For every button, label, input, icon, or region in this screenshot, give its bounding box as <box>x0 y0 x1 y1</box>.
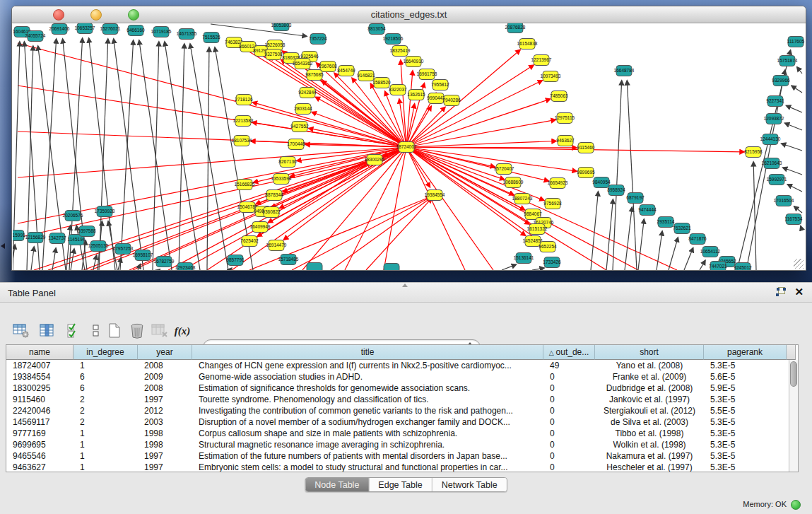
graph-node[interactable]: 9427552 <box>290 122 309 132</box>
table-cell[interactable]: Corpus callosum shape and size in male p… <box>192 428 543 439</box>
table-cell[interactable]: 9465546 <box>6 450 73 462</box>
table-cell[interactable]: 6 <box>73 371 138 382</box>
table-settings-icon[interactable] <box>11 322 31 340</box>
graph-node[interactable]: 24055724 <box>25 31 46 42</box>
tab-network-table[interactable]: Network Table <box>433 478 507 491</box>
table-cell[interactable]: Estimation of the future numbers of pati… <box>192 450 543 462</box>
graph-node[interactable]: 16151322 <box>527 224 548 235</box>
graph-node[interactable]: 12444130 <box>760 134 781 145</box>
graph-node[interactable]: 8322037 <box>389 85 407 95</box>
graph-node[interactable]: 15751874 <box>777 56 798 66</box>
tab-node-table[interactable]: Node Table <box>305 478 369 491</box>
table-row[interactable]: 2242004622012Investigating the contribut… <box>6 405 789 416</box>
graph-node[interactable]: 7955812 <box>431 80 449 90</box>
graph-node[interactable]: 6879197 <box>626 193 645 204</box>
column-header-pagerank[interactable]: pagerank <box>704 345 787 360</box>
table-cell[interactable]: 49 <box>543 360 595 371</box>
graph-node[interactable]: 10719185 <box>151 27 172 37</box>
graph-node[interactable]: 12923468 <box>175 263 196 271</box>
table-row[interactable]: 946554611997Estimation of the future num… <box>6 450 789 462</box>
graph-node[interactable]: 18325419 <box>390 46 411 57</box>
graph-node[interactable]: 9474444 <box>638 205 657 216</box>
graph-node[interactable]: 8958924 <box>607 185 625 196</box>
table-cell[interactable]: 1 <box>73 450 138 462</box>
graph-node[interactable]: 1733426 <box>543 257 561 268</box>
column-header-out_de[interactable]: △out_de... <box>543 345 595 360</box>
table-cell[interactable]: 0 <box>543 439 595 450</box>
table-cell[interactable]: 9115460 <box>6 394 73 405</box>
graph-node[interactable]: 16648784 <box>614 66 635 76</box>
column-header-year[interactable]: year <box>138 345 192 360</box>
table-body[interactable]: 1872400712008Changes of HCN gene express… <box>6 360 789 472</box>
table-cell[interactable]: Nakamura et al. (1997) <box>595 450 704 462</box>
graph-node[interactable]: 16654923 <box>548 178 568 189</box>
graph-node[interactable]: 19384554 <box>425 190 445 201</box>
table-cell[interactable]: Yano et al. (2008) <box>595 360 704 371</box>
table-cell[interactable]: 1998 <box>138 428 192 439</box>
graph-node[interactable]: 16409949 <box>250 222 271 233</box>
close-panel-icon[interactable]: ✕ <box>794 287 804 297</box>
table-cell[interactable]: 1 <box>73 360 138 371</box>
column-header-in_degree[interactable]: in_degree <box>73 345 138 360</box>
graph-node[interactable]: 9857791 <box>226 255 245 266</box>
split-pane-handle[interactable] <box>402 284 408 287</box>
graph-node[interactable]: 18107534 <box>232 136 252 146</box>
table-cell[interactable]: 5.3E-5 <box>704 428 787 439</box>
graph-node[interactable]: 8454749 <box>337 66 355 76</box>
graph-node[interactable]: 9360822 <box>262 207 281 218</box>
table-row[interactable]: 977716911998Corpus callosum shape and si… <box>6 428 789 439</box>
graph-node[interactable]: 20691406 <box>49 24 70 35</box>
graph-node[interactable]: 2803144 <box>294 104 312 115</box>
network-canvas[interactable]: 1604619240557242069140610653257152760216… <box>13 23 805 270</box>
graph-node[interactable]: 7447021 <box>709 262 727 271</box>
table-cell[interactable]: Wolkin et al. (1998) <box>595 439 704 450</box>
graph-node[interactable]: 9329966 <box>772 76 790 86</box>
graph-node[interactable]: 7485063 <box>550 91 568 102</box>
graph-node[interactable]: 16640910 <box>404 57 424 67</box>
row-options-icon[interactable] <box>86 322 106 340</box>
graph-node[interactable]: 9899695 <box>577 168 595 178</box>
table-cell[interactable]: 1 <box>73 428 138 439</box>
table-cell[interactable]: Investigating the contribution of common… <box>192 405 543 416</box>
graph-node[interactable]: 1167534 <box>785 214 803 225</box>
table-cell[interactable]: 6 <box>73 382 138 394</box>
table-row[interactable]: 1938455462009Genome-wide association stu… <box>6 371 789 382</box>
table-row[interactable]: 969969511998Structural magnetic resonanc… <box>6 439 789 450</box>
graph-node[interactable]: 16782759 <box>154 257 175 267</box>
graph-node[interactable]: 14671355 <box>177 29 197 40</box>
table-cell[interactable]: 0 <box>543 382 595 394</box>
table-cell[interactable]: 0 <box>543 405 595 416</box>
trash-icon[interactable] <box>127 322 147 340</box>
table-cell[interactable]: 5.3E-5 <box>704 416 787 428</box>
graph-node[interactable]: 7632621 <box>673 223 691 234</box>
column-header-title[interactable]: title <box>192 345 543 360</box>
table-row[interactable]: 946362711997Embryonic stem cells: a mode… <box>6 462 789 472</box>
table-cell[interactable]: 5.3E-5 <box>704 450 787 462</box>
window-resize-grip[interactable] <box>794 259 804 269</box>
function-builder-icon[interactable]: f(x) <box>172 322 192 340</box>
graph-node[interactable]: 18807243 <box>512 194 533 204</box>
table-cell[interactable]: 9463627 <box>6 462 73 472</box>
table-cell[interactable]: 5.3E-5 <box>704 360 787 371</box>
table-cell[interactable]: Tourette syndrome. Phenomenology and cla… <box>192 394 543 405</box>
graph-node[interactable]: 9463627 <box>556 136 575 146</box>
graph-node[interactable]: 8878344 <box>265 190 283 201</box>
table-cell[interactable]: 9777169 <box>6 428 73 439</box>
graph-node[interactable]: 10654112 <box>700 247 721 257</box>
graph-node[interactable]: 7625402 <box>240 236 259 247</box>
graph-node[interactable]: 9227341 <box>766 96 784 107</box>
graph-node[interactable]: 7357224 <box>309 34 327 45</box>
table-cell[interactable]: 18724007 <box>6 360 73 371</box>
graph-node[interactable]: 9245012 <box>734 263 752 271</box>
table-cell[interactable]: Tibbo et al. (1998) <box>595 428 704 439</box>
table-row[interactable]: 1456911722003Disruption of a novel membe… <box>6 416 789 428</box>
table-cell[interactable]: 2 <box>73 394 138 405</box>
graph-node[interactable]: 9652254 <box>539 242 557 252</box>
graph-node[interactable]: 12156829 <box>25 233 46 243</box>
tab-edge-table[interactable]: Edge Table <box>369 478 432 491</box>
graph-node[interactable]: 1588520 <box>372 78 391 88</box>
graph-node[interactable]: 12505135 <box>88 241 109 252</box>
table-cell[interactable]: 5.9E-5 <box>704 382 787 394</box>
graph-node[interactable]: 2935114 <box>657 217 675 228</box>
graph-node[interactable]: 7940286 <box>442 95 461 106</box>
